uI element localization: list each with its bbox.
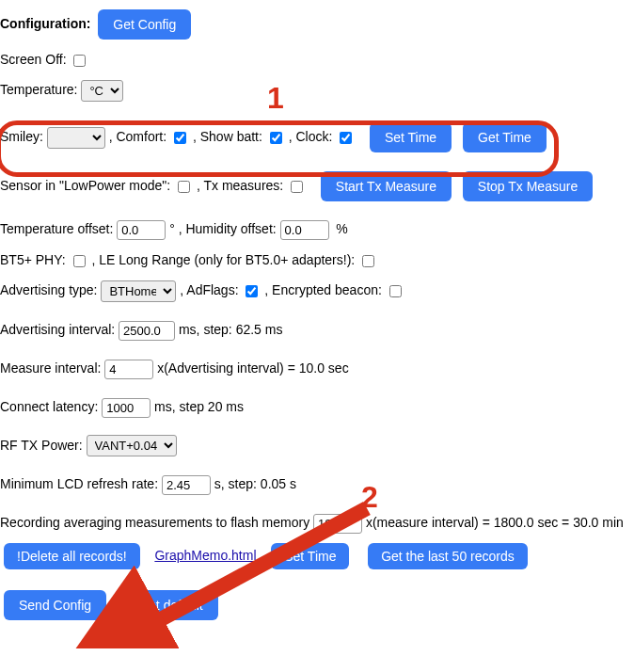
get-last-records-button[interactable]: Get the last 50 records — [368, 543, 528, 569]
recording-input[interactable] — [313, 514, 362, 534]
hum-offset-unit: % — [336, 221, 347, 236]
delete-all-records-button[interactable]: !Delete all records! — [4, 543, 140, 569]
smiley-label: Smiley: — [0, 129, 43, 144]
tx-measures-label: , Tx measures: — [197, 178, 283, 193]
measure-interval-label: Measure interval: — [0, 360, 101, 376]
temp-offset-label: Temperature offset: — [0, 221, 113, 236]
le-longrange-label: , LE Long Range (only for BT5.0+ adapter… — [91, 252, 355, 267]
adv-type-label: Advertising type: — [0, 282, 98, 297]
get-config-button[interactable]: Get Config — [98, 9, 191, 40]
adflags-checkbox[interactable] — [246, 285, 258, 297]
comfort-label: , Comfort: — [109, 129, 166, 144]
temperature-label: Temperature: — [0, 82, 77, 97]
hum-offset-label: , Humidity offset: — [179, 221, 277, 236]
smiley-select[interactable] — [47, 127, 105, 149]
recording-suffix: x(measure interval) = 1800.0 sec = 30.0 … — [366, 515, 624, 530]
adv-interval-input[interactable] — [119, 321, 175, 341]
clock-label: , Clock: — [289, 129, 333, 144]
recording-label: Recording averaging measurements to flas… — [0, 515, 309, 530]
show-batt-checkbox[interactable] — [270, 132, 282, 144]
rf-tx-power-select[interactable]: VANT+0.04 dbm — [87, 435, 177, 456]
enc-beacon-label: , Encrypted beacon: — [264, 282, 382, 297]
measure-interval-input[interactable] — [104, 360, 153, 379]
rf-tx-power-label: RF TX Power: — [0, 438, 83, 453]
lcd-refresh-suffix: s, step: 0.05 s — [214, 476, 296, 491]
connect-latency-input[interactable] — [102, 398, 151, 418]
get-time-button[interactable]: Get Time — [463, 122, 547, 152]
show-batt-label: , Show batt: — [193, 129, 262, 144]
bt5-phy-label: BT5+ PHY: — [0, 252, 66, 267]
le-longrange-checkbox[interactable] — [362, 255, 374, 267]
bt5-phy-checkbox[interactable] — [73, 255, 86, 267]
lowpower-checkbox[interactable] — [178, 181, 190, 193]
lowpower-label: Sensor in "LowPower mode": — [0, 178, 170, 193]
measure-interval-suffix: x(Advertising interval) = 10.0 sec — [157, 360, 348, 376]
adv-interval-label: Advertising interval: — [0, 322, 115, 337]
adv-type-select[interactable]: BTHome v1 — [101, 280, 176, 302]
adflags-label: , AdFlags: — [180, 282, 238, 297]
set-time-button[interactable]: Set Time — [370, 122, 452, 152]
send-config-button[interactable]: Send Config — [4, 590, 106, 620]
enc-beacon-checkbox[interactable] — [389, 285, 402, 297]
set-time-button-2[interactable]: Set Time — [271, 543, 349, 569]
connect-latency-suffix: ms, step 20 ms — [154, 399, 244, 414]
start-tx-measure-button[interactable]: Start Tx Measure — [321, 171, 452, 201]
connect-latency-label: Connect latency: — [0, 399, 98, 414]
stop-tx-measure-button[interactable]: Stop Tx Measure — [463, 171, 593, 201]
lcd-refresh-input[interactable] — [162, 475, 211, 495]
lcd-refresh-label: Minimum LCD refresh rate: — [0, 476, 158, 491]
configuration-label: Configuration: — [0, 16, 90, 31]
screen-off-checkbox[interactable] — [73, 55, 86, 67]
set-default-button[interactable]: Set default — [125, 590, 218, 620]
comfort-checkbox[interactable] — [174, 132, 186, 144]
hum-offset-input[interactable] — [280, 220, 329, 240]
screen-off-label: Screen Off: — [0, 52, 67, 67]
temp-offset-input[interactable] — [117, 220, 166, 240]
graphmemo-link[interactable]: GraphMemo.html — [154, 548, 256, 563]
clock-checkbox[interactable] — [340, 132, 352, 144]
temperature-unit-select[interactable]: °C — [81, 80, 123, 102]
adv-interval-suffix: ms, step: 62.5 ms — [179, 322, 282, 337]
temp-offset-unit: ° — [169, 221, 175, 236]
tx-measures-checkbox[interactable] — [291, 181, 303, 193]
